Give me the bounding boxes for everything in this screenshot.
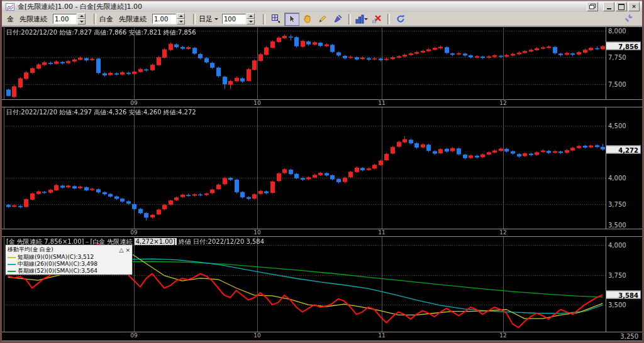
close-button[interactable]: × bbox=[628, 2, 640, 11]
legend-item: 長期線(52)(0)(SMA)(C):3,564 bbox=[6, 268, 132, 275]
moving-average-legend: 移動平均(金 白金) △ × 短期線(9)(0)(SMA)(C):3,512中期… bbox=[5, 244, 133, 275]
price-tick-label: 8,000 bbox=[608, 27, 626, 34]
platinum-multiplier-up-button[interactable] bbox=[177, 13, 185, 19]
title-bar: 金[先限連続]1.00 - 白金[先限連続]1.00 × bbox=[2, 1, 642, 13]
delete-indicator-icon bbox=[372, 14, 382, 24]
date-tick-label: 12 bbox=[499, 100, 506, 106]
toolbar-separator bbox=[387, 14, 390, 24]
pan-hand-tool-button[interactable] bbox=[301, 13, 314, 25]
legend-line-swatch bbox=[8, 271, 16, 272]
platinum-price-axis: 4,5004,0003,7503,5004,272 bbox=[606, 107, 642, 229]
price-tick-label: 4,000 bbox=[608, 241, 626, 248]
spinner-up-icon bbox=[80, 15, 84, 17]
timeframe-dropdown[interactable]: 日足 bbox=[199, 14, 218, 24]
bar-count-input[interactable] bbox=[222, 14, 246, 24]
select-cursor-icon bbox=[287, 14, 297, 24]
current-price-badge: 7,856 bbox=[606, 42, 641, 50]
legend-item-label: 長期線(52)(0)(SMA)(C):3,564 bbox=[18, 267, 97, 275]
legend-line-swatch bbox=[8, 264, 16, 265]
toolbar: 金 先限連続 白金 先限連続 日足 bbox=[2, 12, 642, 26]
date-tick-label: 12 bbox=[499, 229, 506, 236]
timeframe-label: 日足 bbox=[199, 14, 213, 24]
minimize-icon bbox=[607, 8, 611, 9]
bar-chart-icon bbox=[355, 14, 364, 24]
spinner-down-icon bbox=[249, 21, 253, 23]
legend-collapse-button[interactable]: △ bbox=[119, 247, 124, 253]
toolbar-separator bbox=[193, 14, 196, 24]
platinum-series-label: 先限連続 bbox=[119, 14, 147, 24]
price-tick-label: 3,500 bbox=[608, 302, 626, 308]
legend-line-swatch bbox=[8, 257, 16, 258]
spinner-up-icon bbox=[179, 15, 183, 17]
date-tick-label: 09 bbox=[130, 229, 137, 236]
hand-icon bbox=[303, 14, 313, 24]
date-tick-label: 11 bbox=[378, 229, 385, 236]
platinum-ohlc-header: 日付:2022/12/20 始値:4,297 高値:4,326 安値:4,260… bbox=[6, 108, 196, 117]
current-price-badge: 3,584 bbox=[606, 291, 641, 299]
toolbar-separator bbox=[94, 14, 96, 24]
spinner-up-icon bbox=[249, 15, 253, 17]
date-tick-label: 10 bbox=[253, 332, 260, 339]
spread-date-axis: 091011123,250 bbox=[2, 332, 642, 341]
platinum-multiplier-spinner bbox=[152, 13, 185, 24]
date-tick-label: 11 bbox=[378, 100, 385, 106]
spread-header-right: 終値 日付:2022/12/20 3,584 bbox=[177, 238, 264, 245]
spinner-down-icon bbox=[179, 21, 183, 23]
tracking-cursor-tool-button[interactable] bbox=[269, 13, 283, 25]
select-cursor-tool-button[interactable] bbox=[284, 13, 299, 26]
gold-ohlc-header: 日付:2022/12/20 始値:7,827 高値:7,866 安値:7,821… bbox=[6, 28, 196, 37]
gold-multiplier-spinner bbox=[53, 13, 86, 24]
platinum-date-axis: 09101112 bbox=[2, 229, 642, 237]
maximize-icon bbox=[618, 4, 625, 10]
gold-candlestick-chart[interactable] bbox=[5, 28, 606, 99]
gold-price-axis: 8,0007,7507,5007,856 bbox=[606, 28, 642, 99]
chart-window-icon bbox=[6, 3, 14, 11]
gold-multiplier-down-button[interactable] bbox=[77, 19, 86, 24]
delete-indicator-button[interactable] bbox=[370, 13, 384, 25]
bar-count-spinner bbox=[222, 13, 255, 24]
chart-application-window: 金[先限連続]1.00 - 白金[先限連続]1.00 × 金 先限連続 白金 先… bbox=[0, 0, 644, 343]
gold-date-axis: 09101112 bbox=[2, 99, 642, 107]
current-price-badge: 4,272 bbox=[606, 145, 641, 153]
gold-series-label: 先限連続 bbox=[19, 14, 47, 24]
refresh-button[interactable] bbox=[394, 13, 408, 25]
price-tick-label: 7,750 bbox=[608, 54, 626, 61]
spread-header-multiplier[interactable]: 4,272×1.00] bbox=[135, 238, 177, 245]
gold-multiplier-up-button[interactable] bbox=[77, 13, 86, 19]
refresh-icon bbox=[396, 14, 406, 24]
spinner-down-icon bbox=[80, 21, 84, 23]
wrench-icon bbox=[624, 14, 634, 24]
cascade-windows-button[interactable] bbox=[587, 2, 598, 11]
legend-close-button[interactable]: × bbox=[125, 247, 130, 253]
bar-count-down-button[interactable] bbox=[247, 19, 255, 24]
price-tick-label: 3,750 bbox=[608, 200, 626, 207]
marker-tool-button[interactable] bbox=[331, 13, 345, 25]
toolbar-separator bbox=[348, 14, 351, 24]
pencil-tool-button[interactable] bbox=[316, 13, 330, 25]
tracking-cursor-icon bbox=[271, 14, 281, 24]
chevron-down-icon bbox=[214, 18, 218, 20]
chart-type-dropdown-button[interactable] bbox=[355, 13, 369, 25]
platinum-candlestick-chart[interactable] bbox=[5, 107, 606, 229]
platinum-multiplier-down-button[interactable] bbox=[177, 19, 185, 24]
marker-pen-icon bbox=[333, 14, 343, 24]
price-tick-label: 7,500 bbox=[608, 81, 626, 88]
price-tick-label: 3,750 bbox=[608, 271, 626, 278]
platinum-multiplier-input[interactable] bbox=[152, 14, 176, 24]
date-tick-label: 09 bbox=[130, 332, 137, 339]
platinum-symbol-label: 白金 bbox=[99, 14, 113, 24]
pencil-icon bbox=[318, 14, 328, 24]
gold-multiplier-input[interactable] bbox=[53, 14, 77, 24]
maximize-button[interactable] bbox=[616, 2, 627, 11]
chart-left-edge bbox=[4, 26, 4, 341]
chevron-down-icon bbox=[364, 18, 368, 20]
bar-count-up-button[interactable] bbox=[247, 13, 255, 19]
price-tick-label: 4,000 bbox=[608, 175, 626, 182]
settings-button[interactable] bbox=[622, 13, 636, 25]
spread-price-axis: 4,0003,7503,5003,584 bbox=[606, 237, 642, 332]
price-tick-label: 3,500 bbox=[608, 222, 626, 229]
minimize-button[interactable] bbox=[603, 2, 614, 11]
toolbar-separator bbox=[263, 14, 265, 24]
date-tick-label: 11 bbox=[378, 332, 385, 339]
date-tick-label: 12 bbox=[499, 332, 506, 339]
